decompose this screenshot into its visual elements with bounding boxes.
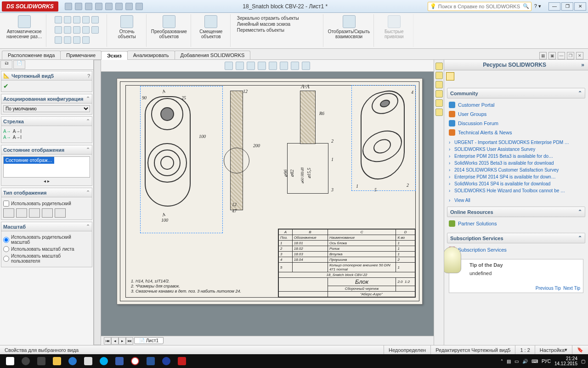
tray-notifications-icon[interactable]: ▢ <box>581 359 585 364</box>
ribbon-convert[interactable]: Преобразование объектов <box>147 14 191 47</box>
zoom-fit-icon[interactable] <box>225 62 233 70</box>
display-style-icons[interactable] <box>3 208 90 218</box>
file-explorer-icon[interactable] <box>435 81 443 88</box>
tray-clock[interactable]: 21:2414.12.2015 <box>554 356 577 366</box>
tab-addins[interactable]: Добавления SOLIDWORKS <box>175 51 251 59</box>
maximize-button[interactable]: ❐ <box>561 2 573 11</box>
circle-icon[interactable] <box>82 16 90 23</box>
linear-pattern-button[interactable]: Линейный массив эскиза <box>235 21 290 27</box>
status-customize[interactable]: Настройка ▾ <box>535 345 572 354</box>
tray-volume-icon[interactable]: 🔊 <box>522 359 528 364</box>
ellipse-icon[interactable] <box>82 26 90 34</box>
tray-network-icon[interactable]: ▤ <box>507 359 511 364</box>
section-icon[interactable] <box>280 62 288 70</box>
status-flag-icon[interactable]: 🔖 <box>572 345 588 354</box>
taskbar-search-icon[interactable] <box>18 355 33 367</box>
corner-rect-icon[interactable] <box>64 16 71 23</box>
zoom-area-icon[interactable] <box>236 62 244 70</box>
use-parent-checkbox[interactable]: Использовать родительский <box>3 201 90 207</box>
custom-props-icon[interactable] <box>435 109 443 116</box>
alert-link[interactable]: SolidWorks 2015 Beta3 is available for d… <box>447 160 585 167</box>
tray-battery-icon[interactable]: ▭ <box>514 359 519 364</box>
display-state-selected[interactable]: Состояние отображ… <box>4 157 54 164</box>
mdi-minimize[interactable]: — <box>558 52 565 59</box>
help-search[interactable]: 💡 🔍 <box>428 2 531 11</box>
options-icon[interactable] <box>136 3 143 10</box>
search-icon[interactable]: 🔍 <box>523 3 529 9</box>
next-tip-link[interactable]: Next Tip <box>563 286 580 291</box>
mdi-restore[interactable]: ❐ <box>567 52 574 59</box>
compass-icon[interactable] <box>159 355 174 367</box>
line-icon[interactable] <box>55 16 62 23</box>
slot-icon[interactable] <box>73 16 80 23</box>
ribbon-relations[interactable]: Отобразить/Скрыть взаимосвязи <box>324 14 374 47</box>
scale-parent-radio[interactable]: Использовать родительский масштаб <box>3 235 90 245</box>
ribbon-auto-dimension[interactable]: Автоматическое нанесение раз… <box>3 14 46 47</box>
zoom-prev-icon[interactable] <box>247 62 255 70</box>
display-state-header[interactable]: Состояние отображения⌃ <box>1 145 92 155</box>
print-icon[interactable] <box>95 3 102 10</box>
chamfer-icon[interactable] <box>73 36 80 44</box>
mdi-close[interactable]: ✕ <box>576 52 583 59</box>
select-icon[interactable] <box>115 3 123 10</box>
alert-link[interactable]: Enterprise PDM 2014 SP4 is available for… <box>447 173 585 180</box>
display-style-icon[interactable] <box>291 62 299 70</box>
arrow-field-1[interactable]: A→A→I <box>3 129 90 134</box>
arc-icon[interactable] <box>73 26 80 34</box>
design-lib-icon[interactable] <box>435 72 443 79</box>
fm-tab-tree[interactable]: 🗂 <box>0 60 12 69</box>
online-resources-section[interactable]: Online Resources⌃ <box>447 207 585 217</box>
help-search-input[interactable] <box>438 4 521 9</box>
help-dropdown[interactable]: ? ▾ <box>534 3 541 9</box>
ok-check-icon[interactable]: ✔ <box>3 82 9 90</box>
config-section-header[interactable]: Асоциированная конфигурация⌃ <box>1 94 92 104</box>
home-tab-icon[interactable] <box>435 63 443 70</box>
ribbon-offset[interactable]: Смещение объектов <box>192 14 231 47</box>
prev-tip-link[interactable]: Previous Tip <box>536 286 561 291</box>
alert-link[interactable]: 2014 SOLIDWORKS Customer Satisfaction Su… <box>447 167 585 173</box>
partner-solutions-link[interactable]: Partner Solutions <box>448 219 584 228</box>
tray-ime-icon[interactable]: ⌨ <box>531 359 538 364</box>
arrow-section-header[interactable]: Стрелка⌃ <box>1 117 92 126</box>
spline-icon[interactable] <box>91 16 99 23</box>
drawing-sheet[interactable]: A-A A A 90 25 100 100 12 12 47 200 R6 <box>117 78 423 305</box>
polygon-icon[interactable] <box>64 26 71 34</box>
scale-section-header[interactable]: Масштаб⌃ <box>1 222 92 231</box>
cascade-icon[interactable]: ▣ <box>548 52 556 59</box>
alert-link[interactable]: URGENT - Important SOLIDWORKS Enterprise… <box>447 139 585 146</box>
alerts-link[interactable]: Technical Alerts & News <box>448 128 584 137</box>
fillet-icon[interactable] <box>64 36 71 44</box>
display-state-list[interactable]: Состояние отображ… <box>3 156 90 178</box>
new-icon[interactable] <box>65 3 72 10</box>
fm-tab-prop[interactable]: 📄 <box>13 60 25 69</box>
graphics-area[interactable]: A-A A A 90 25 100 100 12 12 47 200 R6 <box>101 60 434 345</box>
pan-icon[interactable] <box>269 62 277 70</box>
display-type-header[interactable]: Тип отображения⌃ <box>1 188 92 197</box>
start-button[interactable] <box>3 355 17 367</box>
save-disk-icon[interactable] <box>112 355 127 367</box>
skype-icon[interactable] <box>96 355 111 367</box>
ribbon-trim[interactable]: Отсечь объекты <box>108 14 147 47</box>
customer-portal-link[interactable]: Customer Portal <box>448 100 584 109</box>
tile-icon[interactable]: ▦ <box>539 52 547 59</box>
view-palette-icon[interactable] <box>435 90 443 98</box>
close-button[interactable]: ✕ <box>574 2 586 11</box>
mirror-button[interactable]: Зеркально отразить объекты <box>235 15 299 21</box>
open-icon[interactable] <box>75 3 82 10</box>
yandex-icon[interactable] <box>128 355 142 367</box>
arrow-field-2[interactable]: A→A→I <box>3 135 90 140</box>
scale-sheet-radio[interactable]: Использовать масштаб листа <box>3 246 90 252</box>
hide-show-icon[interactable] <box>302 62 310 70</box>
ribbon-sketch-tools[interactable] <box>47 14 107 47</box>
forum-link[interactable]: Discussion Forum <box>448 119 584 128</box>
alert-link[interactable]: SOLIDWORKS User Assistance Survey <box>447 146 585 153</box>
sheet-tab-1[interactable]: 📄 Лист1 <box>134 337 164 344</box>
home-icon[interactable] <box>446 72 454 80</box>
tab-sketch[interactable]: Эскиз <box>101 51 128 60</box>
sheet-nav[interactable]: ⏮◂▸⏭ <box>104 337 133 345</box>
scale-user-radio[interactable]: Использовать масштаб пользователя <box>3 253 90 264</box>
tray-chevron-icon[interactable]: ˄ <box>501 359 503 364</box>
left-scrollbar[interactable] <box>94 60 101 345</box>
center-rect-icon[interactable] <box>55 26 62 34</box>
rotate-icon[interactable] <box>258 62 266 70</box>
